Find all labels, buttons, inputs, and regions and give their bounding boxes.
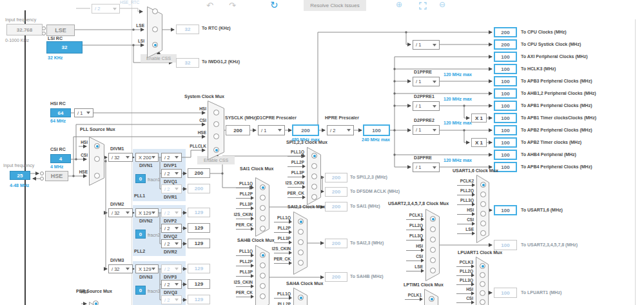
lpuart1-clock-mux-input-radio[interactable] [480,263,485,269]
clock-output-value[interactable]: 100 [494,113,517,123]
sai4b-clock-mux-input-radio[interactable] [260,252,266,258]
sai4a-clock-mux-input-radio[interactable] [298,295,304,300]
divm3-dropdown[interactable]: / 32 [108,264,133,273]
apb1-timer-multiplier[interactable]: X 1 [471,113,487,123]
sai4b-clock-mux-input-radio[interactable] [260,262,266,268]
sai23-clock-mux-input-radio[interactable] [298,239,304,245]
clock-output-value[interactable]: 100 [494,88,517,99]
divn2-dropdown[interactable]: X 129 [135,208,159,217]
clock-output-value[interactable]: 100 [494,150,517,160]
divp2-out-value[interactable]: 129 [188,208,210,217]
divr3-dropdown[interactable]: / 2 [161,295,182,304]
to-dfsdm-value[interactable]: 200 [325,187,347,197]
pll-source-mux-input-radio[interactable] [94,143,100,149]
clock-output-value[interactable]: 100 [494,52,517,62]
divq3-dropdown[interactable]: / 2 [161,280,182,289]
lsi-value-field[interactable]: 32 [46,41,83,54]
pll-source-mux-input-radio[interactable] [94,173,100,179]
divq3-out-value[interactable]: 129 [188,279,210,289]
usart16-clock-mux-input-radio[interactable] [480,211,486,217]
sai1-clock-mux-input-radio[interactable] [260,205,266,211]
hsi-div-dropdown[interactable]: / 1 [74,108,93,117]
input-frequency-field[interactable]: 32.768 [6,24,43,35]
divn3-dropdown[interactable]: X 129 [135,264,159,273]
sysclk-value[interactable]: 200 [226,125,250,135]
divp1-dropdown[interactable]: / 2 [161,153,182,162]
usart2345-clock-mux-input-radio[interactable] [430,226,436,232]
sai23-clock-mux-input-radio[interactable] [298,229,304,235]
sai23-clock-mux-input-radio[interactable] [298,250,304,255]
to-sai23-value[interactable]: 200 [325,239,347,248]
rtc-value[interactable]: 32 [176,25,199,34]
hpre-dropdown[interactable]: / 2 [327,125,354,135]
usart2345-clock-mux-input-radio[interactable] [430,247,436,253]
d1ppre-dropdown[interactable]: / 1 [413,77,440,86]
clock-output-value[interactable]: 100 [494,125,517,135]
system-clock-mux-input-radio[interactable] [213,133,219,139]
sai4b-clock-mux-input-radio[interactable] [260,283,266,289]
usart2345-clock-mux-input-radio[interactable] [430,257,436,263]
to-usart16-value[interactable]: 100 [494,205,517,215]
sai23-clock-mux-input-radio[interactable] [298,219,304,224]
lptim1-clock-mux-input-radio[interactable] [429,296,434,302]
d1cpre-dropdown[interactable]: / 1 [258,125,285,135]
usart16-clock-mux-input-radio[interactable] [480,201,486,207]
divn1-dropdown[interactable]: X 200 [135,153,159,162]
to-lpuart1-value[interactable]: 100 [494,288,517,298]
to-sai1-value[interactable]: 200 [325,202,347,212]
lpuart1-clock-mux-input-radio[interactable] [480,299,485,305]
spi123-clock-mux-input-radio[interactable] [311,194,317,200]
pll1-fracn-field[interactable]: 0 [135,174,146,183]
lpuart1-clock-mux-input-radio[interactable] [480,281,485,287]
rtc-clock-mux-input-radio[interactable] [152,8,158,14]
spi123-clock-mux-input-radio[interactable] [311,163,317,169]
hpre-out-value[interactable]: 100 [363,124,390,136]
pll3-fracn-field[interactable]: 0 [135,286,146,295]
divm1-dropdown[interactable]: / 32 [108,153,133,162]
to-sai4b-value[interactable]: 200 [325,272,347,282]
apb2-timer-multiplier[interactable]: X 1 [471,138,487,147]
sai4b-clock-mux-input-radio[interactable] [260,293,266,299]
sai23-clock-mux-input-radio[interactable] [298,260,304,266]
d2ppre2-dropdown[interactable]: / 1 [413,125,440,135]
divr1-dropdown[interactable]: / 2 [161,184,182,193]
input-frequency-field[interactable]: 25 [10,171,30,180]
divq2-dropdown[interactable]: / 2 [161,224,182,233]
clock-output-value[interactable]: 100 [494,76,517,86]
spi123-clock-mux-input-radio[interactable] [311,184,317,190]
divp3-dropdown[interactable]: / 2 [161,264,182,273]
lpuart1-clock-mux-input-radio[interactable] [480,272,485,278]
to-usart2-value[interactable]: 100 [494,240,517,250]
sai1-clock-mux-input-radio[interactable] [260,226,266,231]
clock-output-value[interactable]: 100 [494,137,517,148]
d2ppre1-dropdown[interactable]: / 1 [413,101,440,111]
hse-rtc-div-dropdown[interactable]: / 2 [92,4,120,14]
divq1-dropdown[interactable]: / 2 [161,169,182,178]
divr2-out-value[interactable]: 129 [188,239,210,248]
divr1-out-value[interactable]: 200 [188,184,210,193]
usart16-clock-mux-input-radio[interactable] [480,221,486,226]
sai1-clock-mux-input-radio[interactable] [260,184,266,190]
csi-value-field[interactable]: 4 [50,154,71,163]
sai1-clock-mux-input-radio[interactable] [260,215,266,221]
clock-output-value[interactable]: 200 [494,39,517,50]
usart2345-clock-mux-input-radio[interactable] [430,216,436,222]
divm2-dropdown[interactable]: / 32 [108,208,133,217]
sai1-clock-mux-input-radio[interactable] [260,195,266,201]
lpuart1-clock-mux-input-radio[interactable] [480,290,485,296]
d3ppre-dropdown[interactable]: / 1 [413,162,440,172]
usart16-clock-mux-input-radio[interactable] [480,192,486,197]
hse-box[interactable]: HSE [45,171,68,181]
clock-output-value[interactable]: 100 [494,101,517,111]
clock-output-value[interactable]: 100 [494,64,517,74]
usart2345-clock-mux-input-radio[interactable] [430,237,436,242]
hsi-value-field[interactable]: 64 [50,108,71,117]
divq1-out-value[interactable]: 200 [188,168,210,178]
system-clock-mux-input-radio[interactable] [213,147,219,153]
divp2-dropdown[interactable]: / 2 [161,208,182,217]
usart16-clock-mux-input-radio[interactable] [480,182,486,188]
rtc-clock-mux-input-radio[interactable] [152,42,158,48]
systick-div-dropdown[interactable]: / 1 [413,40,440,50]
clock-output-value[interactable]: 200 [494,27,517,37]
spi123-clock-mux-input-radio[interactable] [311,173,317,179]
